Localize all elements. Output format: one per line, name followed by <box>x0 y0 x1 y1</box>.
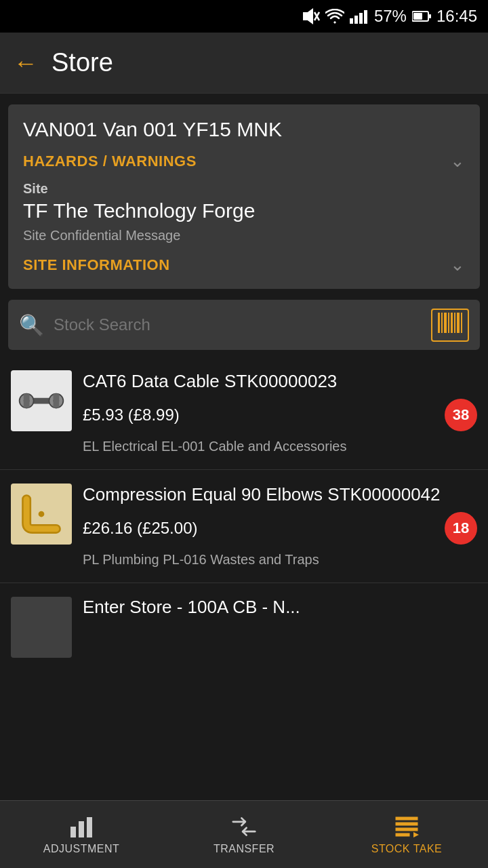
site-name: TF The Technology Forge <box>23 199 465 222</box>
svg-rect-5 <box>359 13 363 24</box>
item-info-partial: Enter Store - 100A CB - N... <box>83 597 477 618</box>
svg-rect-29 <box>396 817 418 820</box>
svg-rect-13 <box>448 313 449 333</box>
svg-rect-10 <box>438 313 440 333</box>
svg-rect-15 <box>454 313 455 333</box>
site-info-chevron-icon: ⌄ <box>450 254 465 275</box>
search-icon: 🔍 <box>19 313 44 337</box>
svg-rect-16 <box>457 313 460 333</box>
transfer-arrows-icon <box>232 814 256 839</box>
stock-item[interactable]: Compression Equal 90 Elbows STK00000042 … <box>0 470 488 583</box>
nav-label-adjustment: ADJUSTMENT <box>43 843 120 855</box>
status-bar: 57% 16:45 <box>0 0 488 33</box>
battery-level: 57% <box>374 7 407 26</box>
svg-rect-4 <box>354 16 358 24</box>
svg-rect-6 <box>364 10 367 24</box>
battery-icon <box>412 10 431 22</box>
signal-icon <box>350 9 369 24</box>
svg-rect-24 <box>54 394 60 408</box>
partial-item-name: Enter Store - 100A CB - N... <box>83 597 477 618</box>
svg-rect-17 <box>461 313 462 333</box>
svg-point-25 <box>39 511 45 517</box>
item-price: £5.93 (£8.99) <box>83 406 180 425</box>
item-price-row: £5.93 (£8.99) 38 <box>83 399 477 431</box>
item-info: CAT6 Data Cable STK00000023 £5.93 (£8.99… <box>83 370 477 456</box>
item-supplier: EL Electrical EL-001 Cable and Accessori… <box>83 437 477 456</box>
svg-rect-32 <box>396 833 409 836</box>
svg-rect-8 <box>429 14 431 18</box>
site-message: Site Confidential Message <box>23 228 465 243</box>
bottom-navigation: ADJUSTMENT TRANSFER STOCK TAKE <box>0 800 488 868</box>
item-supplier: PL Plumbing PL-016 Wastes and Traps <box>83 550 477 569</box>
nav-item-adjustment[interactable]: ADJUSTMENT <box>0 808 163 862</box>
svg-rect-30 <box>396 823 418 825</box>
search-input[interactable] <box>54 315 422 334</box>
hazards-row[interactable]: HAZARDS / WARNINGS ⌄ <box>23 151 465 172</box>
site-label: Site <box>23 181 465 197</box>
stock-item-partial[interactable]: Enter Store - 100A CB - N... <box>0 583 488 671</box>
item-image <box>11 484 72 545</box>
svg-rect-3 <box>350 18 353 24</box>
nav-label-transfer: TRANSFER <box>214 843 274 855</box>
svg-rect-27 <box>79 821 84 837</box>
nav-label-stocktake: STOCK TAKE <box>371 843 443 855</box>
svg-marker-33 <box>413 832 419 837</box>
svg-rect-12 <box>444 313 447 333</box>
item-stock-badge: 18 <box>445 512 477 545</box>
svg-rect-11 <box>441 313 443 333</box>
app-header: ← Store <box>0 33 488 94</box>
page-title: Store <box>52 48 113 77</box>
wifi-icon <box>325 9 344 24</box>
item-info: Compression Equal 90 Elbows STK00000042 … <box>83 484 477 569</box>
nav-item-stocktake[interactable]: STOCK TAKE <box>325 808 488 862</box>
svg-rect-31 <box>396 828 418 831</box>
item-name: CAT6 Data Cable STK00000023 <box>83 370 477 393</box>
stock-list: CAT6 Data Cable STK00000023 £5.93 (£8.99… <box>0 357 488 671</box>
item-stock-badge: 38 <box>445 399 477 431</box>
stock-item[interactable]: CAT6 Data Cable STK00000023 £5.93 (£8.99… <box>0 357 488 470</box>
hazards-chevron-icon: ⌄ <box>450 151 465 172</box>
nav-item-transfer[interactable]: TRANSFER <box>163 808 325 862</box>
svg-rect-26 <box>70 827 76 837</box>
svg-marker-0 <box>304 9 312 23</box>
barcode-scanner-icon[interactable] <box>431 309 469 342</box>
item-price-row: £26.16 (£25.00) 18 <box>83 512 477 545</box>
info-card: VAN001 Van 001 YF15 MNK HAZARDS / WARNIN… <box>8 104 480 289</box>
time-display: 16:45 <box>436 7 477 26</box>
svg-rect-14 <box>451 313 453 333</box>
search-bar[interactable]: 🔍 <box>8 300 480 350</box>
item-image-partial <box>11 597 72 658</box>
list-bars-icon <box>394 814 419 839</box>
site-info-label: SITE INFORMATION <box>23 256 170 274</box>
svg-rect-28 <box>87 817 92 837</box>
chart-bar-icon <box>69 814 94 839</box>
mute-icon <box>301 7 320 26</box>
back-button[interactable]: ← <box>14 49 38 77</box>
item-name: Compression Equal 90 Elbows STK00000042 <box>83 484 477 507</box>
svg-rect-23 <box>24 394 30 408</box>
site-info-row[interactable]: SITE INFORMATION ⌄ <box>23 254 465 275</box>
svg-rect-9 <box>413 13 422 20</box>
status-icons: 57% 16:45 <box>301 7 477 26</box>
item-price: £26.16 (£25.00) <box>83 519 197 538</box>
hazards-label: HAZARDS / WARNINGS <box>23 153 197 170</box>
item-image <box>11 370 72 431</box>
van-title: VAN001 Van 001 YF15 MNK <box>23 118 465 141</box>
